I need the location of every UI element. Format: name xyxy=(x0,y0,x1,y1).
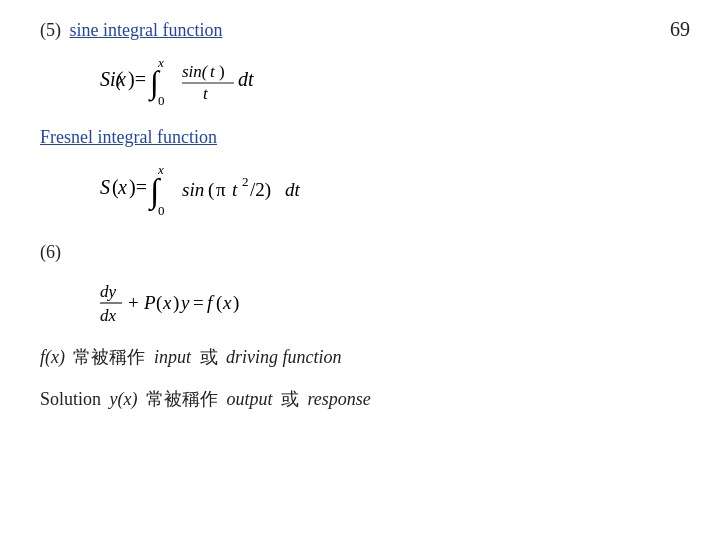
ode-formula-svg: dy dx + P ( x ) y = f ( x ) xyxy=(100,273,380,331)
svg-text:t: t xyxy=(203,84,209,103)
fx-description: f(x) 常被稱作 input 或 driving function xyxy=(40,345,660,369)
svg-text:x: x xyxy=(157,162,164,177)
svg-text:S: S xyxy=(100,176,110,198)
svg-text:x: x xyxy=(117,176,127,198)
svg-text:y: y xyxy=(179,292,190,313)
svg-text:x: x xyxy=(222,292,232,313)
or-1: 或 xyxy=(200,347,218,367)
chinese-text-1: 常被稱作 xyxy=(73,347,145,367)
fresnel-formula-svg: S ( x )= ∫ 0 x sin ( π t 2 /2) dt xyxy=(100,158,400,218)
svg-text:dy: dy xyxy=(100,282,117,301)
svg-text:)=: )= xyxy=(129,176,147,199)
fresnel-label: Fresnel integral function xyxy=(40,127,660,148)
svg-text:x: x xyxy=(157,55,164,70)
section5-label: (5) sine integral function xyxy=(40,20,660,41)
output-label: output xyxy=(226,389,272,409)
page-number: 69 xyxy=(670,18,690,41)
svg-text:dx: dx xyxy=(100,306,117,325)
svg-text:): ) xyxy=(233,292,239,314)
svg-text:sin(: sin( xyxy=(182,62,209,81)
yx-label: y(x) xyxy=(110,389,138,409)
svg-text:): ) xyxy=(219,62,225,81)
svg-text:π: π xyxy=(216,179,226,200)
svg-text:dt: dt xyxy=(285,179,301,200)
svg-text:(: ( xyxy=(208,179,214,201)
chinese-text-2: 常被稱作 xyxy=(146,389,218,409)
section6-label: (6) xyxy=(40,242,660,263)
input-label: input xyxy=(154,347,191,367)
svg-text:)=: )= xyxy=(128,68,146,91)
svg-text:+: + xyxy=(128,292,139,313)
solution-label: Solution xyxy=(40,389,101,409)
or-2: 或 xyxy=(281,389,299,409)
svg-text:0: 0 xyxy=(158,203,165,218)
section5-number: (5) xyxy=(40,20,61,40)
main-content: (5) sine integral function Si( x )= ∫ 0 … xyxy=(40,20,660,411)
svg-text:(: ( xyxy=(156,292,162,314)
svg-text:x: x xyxy=(162,292,172,313)
fresnel-formula: S ( x )= ∫ 0 x sin ( π t 2 /2) dt xyxy=(100,158,660,218)
svg-text:): ) xyxy=(173,292,179,314)
si-formula: Si( x )= ∫ 0 x sin( t ) t dt xyxy=(100,51,660,107)
svg-text:f: f xyxy=(207,292,215,313)
svg-text:x: x xyxy=(116,68,126,90)
fx-label: f(x) xyxy=(40,347,65,367)
svg-text:t: t xyxy=(232,179,238,200)
svg-text:sin: sin xyxy=(182,179,204,200)
svg-text:P: P xyxy=(143,292,156,313)
response-label: response xyxy=(308,389,371,409)
ode-formula: dy dx + P ( x ) y = f ( x ) xyxy=(100,273,660,331)
svg-text:0: 0 xyxy=(158,93,165,107)
svg-text:dt: dt xyxy=(238,68,254,90)
svg-text:t: t xyxy=(210,62,216,81)
yx-description: Solution y(x) 常被稱作 output 或 response xyxy=(40,387,660,411)
si-formula-svg: Si( x )= ∫ 0 x sin( t ) t dt xyxy=(100,51,360,107)
section5-link: sine integral function xyxy=(70,20,223,40)
section6-number: (6) xyxy=(40,242,61,262)
svg-text:=: = xyxy=(193,292,204,313)
svg-text:/2): /2) xyxy=(250,179,271,201)
svg-text:(: ( xyxy=(216,292,222,314)
svg-text:2: 2 xyxy=(242,174,249,189)
driving-function-label: driving function xyxy=(226,347,342,367)
